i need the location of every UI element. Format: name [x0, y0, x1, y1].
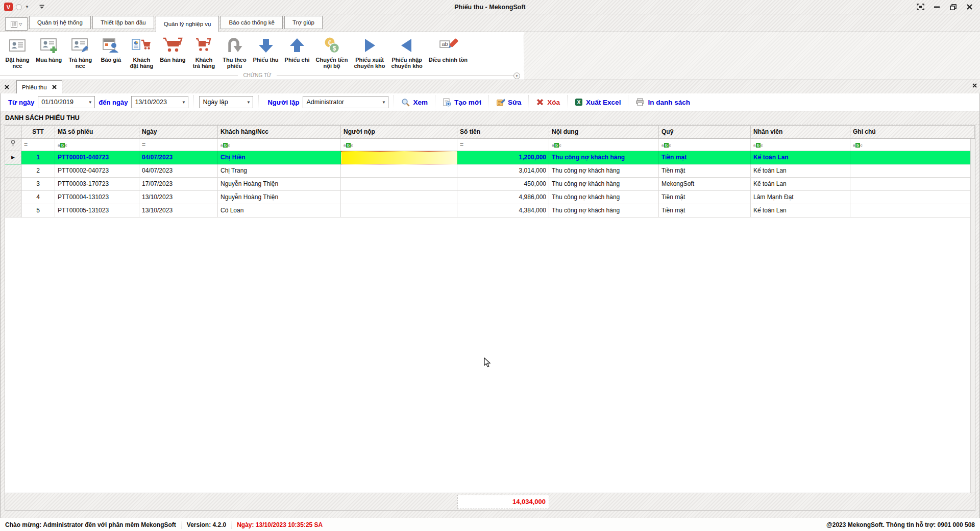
cell-stt[interactable]: 3	[21, 178, 55, 191]
cell-khach_hang[interactable]: Nguyễn Hoàng Thiện	[218, 178, 341, 191]
filter-cell-stt[interactable]: =	[21, 139, 55, 151]
from-date-input[interactable]: 01/10/2019▼	[38, 96, 95, 108]
table-row-5[interactable]: 5PTT00005-13102313/10/2023Cô Loan4,384,0…	[5, 204, 975, 218]
cell-ma_so_phieu[interactable]: PTT00002-040723	[55, 164, 139, 178]
quick-access-button[interactable]	[16, 4, 22, 10]
cell-nhan_vien[interactable]: Kế toán Lan	[751, 164, 850, 178]
app-logo-icon[interactable]: V	[4, 3, 13, 11]
cell-so_tien[interactable]: 450,000	[457, 178, 549, 191]
cell-ghi_chu[interactable]	[850, 151, 975, 164]
cell-noi_dung[interactable]: Thu công nợ khách hàng	[549, 178, 659, 191]
cell-ngay[interactable]: 17/07/2023	[139, 178, 218, 191]
cell-so_tien[interactable]: 4,986,000	[457, 191, 549, 204]
menu-tab-3[interactable]: Quản lý nghiệp vụ	[156, 16, 219, 32]
menu-tab-1[interactable]: Quản trị hệ thống	[29, 16, 91, 29]
cell-quy[interactable]: MekongSoft	[659, 178, 751, 191]
cell-khach_hang[interactable]: Cô Loan	[218, 204, 341, 218]
cell-stt[interactable]: 2	[21, 164, 55, 178]
column-header-nguoi_nop[interactable]: Người nộp	[341, 126, 457, 139]
cell-so_tien[interactable]: 1,200,000	[457, 151, 549, 164]
cell-ngay[interactable]: 13/10/2023	[139, 204, 218, 218]
minimize-button[interactable]	[931, 2, 942, 12]
dropdown-arrow-icon[interactable]: ▼	[86, 100, 94, 105]
table-row-1[interactable]: ▶1PTT00001-04072304/07/2023Chị Hiền1,200…	[5, 151, 975, 164]
vertical-scrollbar[interactable]	[970, 139, 975, 493]
focused-edit-cell[interactable]	[341, 151, 457, 164]
column-header-stt[interactable]: STT	[21, 126, 55, 139]
ribbon-item-4[interactable]: Báo giá	[95, 34, 126, 63]
cell-khach_hang[interactable]: Chị Trang	[218, 164, 341, 178]
delete-button[interactable]: Xóa	[534, 98, 562, 106]
ribbon-item-3[interactable]: Trả hàng ncc	[65, 34, 95, 69]
cell-nguoi_nop[interactable]	[341, 191, 457, 204]
table-row-3[interactable]: 3PTT00003-17072317/07/2023Nguyễn Hoàng T…	[5, 178, 975, 191]
cell-noi_dung[interactable]: Thu công nợ khách hàng	[549, 204, 659, 218]
date-type-select[interactable]: Ngày lập▼	[199, 96, 253, 108]
menu-tab-2[interactable]: Thiết lập ban đầu	[92, 16, 154, 29]
cell-khach_hang[interactable]: Chị Hiền	[218, 151, 341, 164]
ribbon-item-2[interactable]: Mua hàng	[33, 34, 65, 63]
cell-ngay[interactable]: 13/10/2023	[139, 191, 218, 204]
dropdown-arrow-icon[interactable]: ▼	[179, 100, 188, 105]
column-header-quy[interactable]: Quỹ	[659, 126, 751, 139]
dropdown-arrow-icon[interactable]: ▼	[244, 100, 253, 105]
cell-nhan_vien[interactable]: Lâm Mạnh Đạt	[751, 191, 850, 204]
close-panel-button[interactable]	[972, 82, 977, 89]
ribbon-item-14[interactable]: abĐiều chỉnh tồn	[426, 34, 471, 63]
cell-ma_so_phieu[interactable]: PTT00004-131023	[55, 191, 139, 204]
table-row-2[interactable]: 2PTT00002-04072304/07/2023Chị Trang3,014…	[5, 164, 975, 178]
close-tab-icon[interactable]	[52, 85, 57, 89]
cell-stt[interactable]: 5	[21, 204, 55, 218]
to-date-input[interactable]: 13/10/2023▼	[131, 96, 188, 108]
filter-cell-noi_dung[interactable]: abc	[549, 139, 659, 151]
cell-noi_dung[interactable]: Thu công nợ khách hàng	[549, 191, 659, 204]
cell-nguoi_nop[interactable]	[341, 178, 457, 191]
cell-ngay[interactable]: 04/07/2023	[139, 164, 218, 178]
cell-khach_hang[interactable]: Nguyễn Hoàng Thiện	[218, 191, 341, 204]
column-header-noi_dung[interactable]: Nội dung	[549, 126, 659, 139]
filter-cell-nguoi_nop[interactable]: abc	[341, 139, 457, 151]
ribbon-item-7[interactable]: Khách trả hàng	[188, 34, 219, 69]
cell-ma_so_phieu[interactable]: PTT00005-131023	[55, 204, 139, 218]
cell-ghi_chu[interactable]	[850, 191, 975, 204]
filter-cell-khach_hang[interactable]: abc	[218, 139, 341, 151]
ribbon-item-13[interactable]: Phiếu nhập chuyển kho	[388, 34, 426, 69]
cell-nhan_vien[interactable]: Kế toán Lan	[751, 178, 850, 191]
filter-cell-nhan_vien[interactable]: abc	[751, 139, 850, 151]
ribbon-item-12[interactable]: Phiếu xuất chuyển kho	[351, 34, 388, 69]
action-button-1[interactable]: Xem	[399, 98, 430, 107]
filter-cell-ma_so_phieu[interactable]: abc	[55, 139, 139, 151]
action-button-3[interactable]: Sửa	[494, 98, 523, 107]
ribbon-item-10[interactable]: Phiếu chi	[282, 34, 313, 63]
cell-so_tien[interactable]: 4,384,000	[457, 204, 549, 218]
filter-cell-so_tien[interactable]: =	[457, 139, 549, 151]
ribbon-item-11[interactable]: €$Chuyển tiền nội bộ	[312, 34, 351, 69]
cell-nhan_vien[interactable]: Kế toán Lan	[751, 151, 850, 164]
cell-stt[interactable]: 1	[21, 151, 55, 164]
cell-ma_so_phieu[interactable]: PTT00003-170723	[55, 178, 139, 191]
cell-quy[interactable]: Tiền mặt	[659, 151, 751, 164]
filter-cell-ngay[interactable]: =	[139, 139, 218, 151]
column-header-nhan_vien[interactable]: Nhân viên	[751, 126, 850, 139]
menu-tab-5[interactable]: Trợ giúp	[284, 16, 323, 29]
action-button-2[interactable]: Tạo mới	[440, 98, 483, 107]
ribbon-item-5[interactable]: Khách đặt hàng	[126, 34, 157, 69]
caret-down-icon[interactable]: ▼	[25, 5, 29, 9]
cell-nguoi_nop[interactable]	[341, 204, 457, 218]
action-button-5[interactable]: XXuất Excel	[573, 98, 623, 106]
cell-ghi_chu[interactable]	[850, 178, 975, 191]
cell-ma_so_phieu[interactable]: PTT00001-040723	[55, 151, 139, 164]
cell-ghi_chu[interactable]	[850, 164, 975, 178]
filter-cell-ghi_chu[interactable]: abc	[850, 139, 975, 151]
cell-nguoi_nop[interactable]	[341, 164, 457, 178]
ribbon-group-options-button[interactable]: ▾	[513, 73, 520, 79]
ribbon-item-8[interactable]: Thu theo phiếu	[219, 34, 250, 69]
cell-ngay[interactable]: 04/07/2023	[139, 151, 218, 164]
tab-phieu-thu[interactable]: Phiếu thu	[16, 80, 62, 93]
menu-tab-4[interactable]: Báo cáo thống kê	[220, 16, 283, 29]
cell-ghi_chu[interactable]	[850, 204, 975, 218]
fit-screen-button[interactable]	[915, 2, 926, 12]
dropdown-arrow-icon[interactable]: ▼	[379, 100, 388, 105]
ribbon-item-1[interactable]: Đặt hàng ncc	[2, 34, 33, 69]
cell-noi_dung[interactable]: Thu công nợ khách hàng	[549, 151, 659, 164]
